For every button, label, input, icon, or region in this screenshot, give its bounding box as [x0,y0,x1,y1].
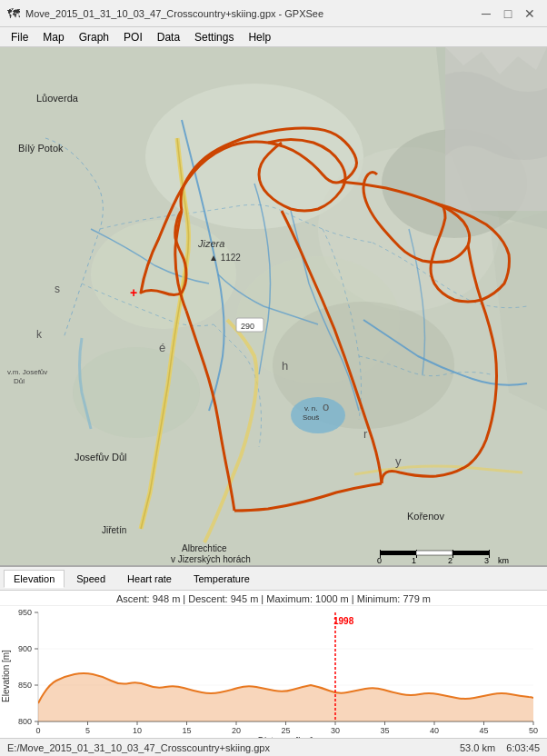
svg-text:Kořenov: Kořenov [407,511,444,522]
svg-text:950: 950 [18,608,32,617]
svg-text:10: 10 [133,726,142,735]
svg-text:é: é [159,341,165,354]
elevation-chart: Elevation [m] 800 850 900 950 [0,608,547,749]
maximize-button[interactable]: □ [498,4,518,24]
svg-text:h: h [282,359,288,373]
graph-tab-temperature[interactable]: Temperature [184,570,260,588]
svg-text:0: 0 [35,726,40,735]
svg-text:Jizera: Jizera [197,238,224,249]
menu-item-graph[interactable]: Graph [72,29,116,45]
graph-stats: Ascent: 948 m | Descent: 945 m | Maximum… [0,591,547,606]
graph-tab-speed[interactable]: Speed [66,570,115,588]
distance: 53.0 km [460,742,495,753]
svg-text:s: s [55,283,60,295]
svg-text:v. n.: v. n. [304,404,318,413]
graph-tab-heart-rate[interactable]: Heart rate [117,570,182,588]
file-path: E:/Move_2015_01_31_10_03_47_Crosscountry… [7,742,270,753]
svg-text:Jiřetín: Jiřetín [102,525,126,535]
svg-text:Elevation [m]: Elevation [m] [1,650,11,702]
svg-text:0: 0 [377,556,382,565]
menu-item-poi[interactable]: POI [116,29,150,45]
graph-svg-container: Elevation [m] 800 850 900 950 [0,606,547,751]
graph-tabs: ElevationSpeedHeart rateTemperature [0,567,547,591]
menu-item-file[interactable]: File [4,29,35,45]
svg-text:v.m. Josefův: v.m. Josefův [7,368,47,376]
map-container[interactable]: v. n. Souš v.m. Josefův Důl [0,47,547,565]
svg-text:y: y [395,454,402,468]
minimize-button[interactable]: ─ [476,4,496,24]
svg-text:15: 15 [182,726,191,735]
status-bar: E:/Move_2015_01_31_10_03_47_Crosscountry… [0,738,547,756]
graph-panel: ElevationSpeedHeart rateTemperature Asce… [0,565,547,754]
svg-text:45: 45 [479,726,488,735]
svg-point-5 [73,347,200,438]
menu-item-data[interactable]: Data [150,29,187,45]
svg-text:2: 2 [448,556,453,565]
svg-text:800: 800 [18,717,32,726]
title-bar-left: 🗺 Move_2015_01_31_10_03_47_Crosscountry+… [7,6,323,21]
svg-text:▲ 1122: ▲ 1122 [209,253,241,263]
svg-text:r: r [363,427,368,441]
window-controls: ─ □ ✕ [476,4,540,24]
menu-bar: FileMapGraphPOIDataSettingsHelp [0,27,547,47]
menu-item-help[interactable]: Help [241,29,278,45]
graph-tab-elevation[interactable]: Elevation [4,570,65,588]
svg-text:50: 50 [529,726,538,735]
svg-text:Souš: Souš [303,413,319,422]
svg-rect-42 [453,551,489,555]
svg-point-3 [91,220,236,329]
svg-text:20: 20 [232,726,241,735]
stats: 53.0 km 6:03:45 [460,742,540,753]
title-bar: 🗺 Move_2015_01_31_10_03_47_Crosscountry+… [0,0,547,27]
svg-text:850: 850 [18,681,32,690]
map-svg: v. n. Souš v.m. Josefův Důl [0,47,547,565]
svg-text:v Jizerských horách: v Jizerských horách [171,554,251,564]
svg-text:900: 900 [18,644,32,653]
svg-rect-40 [380,551,416,555]
close-button[interactable]: ✕ [520,4,540,24]
svg-rect-39 [489,550,490,558]
svg-text:30: 30 [331,726,340,735]
svg-text:Bílý Potok: Bílý Potok [18,143,64,154]
svg-text:o: o [323,400,329,413]
app-icon: 🗺 [7,6,20,21]
menu-item-settings[interactable]: Settings [187,29,241,45]
svg-text:290: 290 [241,322,254,331]
svg-text:5: 5 [85,726,90,735]
svg-text:1: 1 [412,556,416,565]
svg-text:40: 40 [430,726,439,735]
svg-text:Lůoverda: Lůoverda [36,93,79,104]
svg-text:km: km [498,556,509,565]
svg-text:Josefův Důl: Josefův Důl [75,452,126,463]
svg-text:25: 25 [281,726,290,735]
svg-text:3: 3 [484,556,489,565]
svg-text:Albrechtice: Albrechtice [182,543,227,553]
svg-text:35: 35 [380,726,389,735]
svg-text:1998: 1998 [333,616,354,626]
svg-text:k: k [36,328,43,341]
svg-text:Důl: Důl [14,377,25,385]
svg-rect-41 [416,551,453,555]
window-title: Move_2015_01_31_10_03_47_Crosscountry+sk… [25,8,323,19]
menu-item-map[interactable]: Map [35,29,71,45]
svg-text:+: + [130,285,137,300]
time: 6:03:45 [506,742,540,753]
